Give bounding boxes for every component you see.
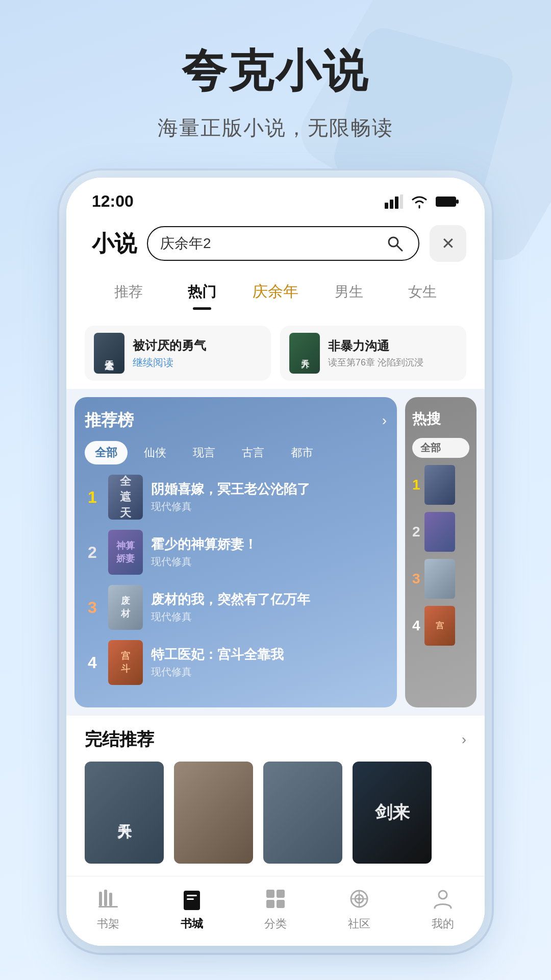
completed-cover-4: 剑来 xyxy=(353,762,432,864)
svg-rect-8 xyxy=(99,892,102,906)
section-title: 小说 xyxy=(92,229,137,259)
profile-icon xyxy=(430,886,456,912)
nav-bookshelf-label: 书架 xyxy=(97,916,119,932)
rank-item-3[interactable]: 3 废材 废材的我，突然有了亿万年 现代修真 xyxy=(85,585,387,630)
search-text: 庆余年2 xyxy=(160,234,378,253)
tab-male[interactable]: 男生 xyxy=(312,277,386,307)
completed-arrow[interactable]: › xyxy=(462,731,466,748)
completed-book-4[interactable]: 剑来 xyxy=(353,762,432,864)
svg-rect-18 xyxy=(277,900,285,908)
book-icon xyxy=(179,886,205,912)
rank-item-4[interactable]: 4 宫斗 特工医妃：宫斗全靠我 现代修真 xyxy=(85,640,387,685)
search-button[interactable] xyxy=(384,232,406,255)
ranking-section: 推荐榜 › 全部 仙侠 现言 古言 都市 1 全遮天 xyxy=(74,397,397,707)
cat-xiandai[interactable]: 现言 xyxy=(183,441,226,464)
community-icon xyxy=(346,886,372,912)
svg-rect-16 xyxy=(277,890,285,898)
nav-bookstore-label: 书城 xyxy=(181,916,203,932)
svg-rect-0 xyxy=(385,203,388,209)
rank-item-1[interactable]: 1 全遮天 阴婚喜嫁，冥王老公沦陷了 现代修真 xyxy=(85,475,387,520)
rank-info-2: 霍少的神算娇妻！ 现代修真 xyxy=(151,536,387,569)
rank-cover-4: 宫斗 xyxy=(108,640,143,685)
tab-female[interactable]: 女生 xyxy=(386,277,459,307)
rank-item-2[interactable]: 2 神算娇妻 霍少的神算娇妻！ 现代修真 xyxy=(85,530,387,575)
nav-tabs: 推荐 热门 庆余年 男生 女生 xyxy=(66,271,485,315)
svg-rect-10 xyxy=(109,893,112,906)
cat-all[interactable]: 全部 xyxy=(85,441,128,464)
rank-cover-1: 全遮天 xyxy=(108,475,143,520)
bookshelf-icon xyxy=(95,886,121,912)
header-section: 夸克小说 海量正版小说，无限畅读 xyxy=(0,0,551,162)
reading-status-1: 继续阅读 xyxy=(133,356,262,370)
rank-genre-2: 现代修真 xyxy=(151,555,387,569)
reading-title-2: 非暴力沟通 xyxy=(328,338,457,354)
app-title: 夸克小说 xyxy=(41,41,510,102)
nav-category-label: 分类 xyxy=(264,916,287,932)
close-icon: ✕ xyxy=(441,234,455,253)
svg-rect-3 xyxy=(400,194,403,209)
completed-section: 完结推荐 › 天升 xyxy=(66,716,485,876)
main-content: 推荐榜 › 全部 仙侠 现言 古言 都市 1 全遮天 xyxy=(66,389,485,716)
rank-title-1: 阴婚喜嫁，冥王老公沦陷了 xyxy=(151,481,387,498)
nav-profile[interactable]: 我的 xyxy=(401,886,485,932)
rank-num-3: 3 xyxy=(85,598,100,617)
reading-progress-2: 读至第76章 沦陷到沉浸 xyxy=(328,356,457,369)
nav-bookstore[interactable]: 书城 xyxy=(150,886,234,932)
svg-rect-17 xyxy=(266,900,274,908)
completed-title: 完结推荐 xyxy=(85,728,154,751)
reading-cards: 全遮天 被讨厌的勇气 继续阅读 天升 非暴力沟通 读至第76章 沦陷到沉浸 xyxy=(66,315,485,389)
svg-rect-14 xyxy=(187,898,194,900)
reading-card-2[interactable]: 天升 非暴力沟通 读至第76章 沦陷到沉浸 xyxy=(280,326,466,381)
cat-guyan[interactable]: 古言 xyxy=(232,441,274,464)
top-bar: 小说 庆余年2 ✕ xyxy=(66,216,485,271)
hot-search-header: 热搜 xyxy=(412,409,469,429)
rank-genre-1: 现代修真 xyxy=(151,500,387,513)
close-button[interactable]: ✕ xyxy=(430,225,466,262)
category-filter: 全部 仙侠 现言 古言 都市 xyxy=(85,441,387,464)
reading-info-2: 非暴力沟通 读至第76章 沦陷到沉浸 xyxy=(328,338,457,369)
cat-dushi[interactable]: 都市 xyxy=(281,441,323,464)
svg-rect-12 xyxy=(184,891,200,910)
rank-info-3: 废材的我，突然有了亿万年 现代修真 xyxy=(151,591,387,624)
hot-item-3[interactable]: 3 xyxy=(412,559,469,599)
reading-card-1[interactable]: 全遮天 被讨厌的勇气 继续阅读 xyxy=(85,326,271,381)
ranking-heading: 推荐榜 xyxy=(85,409,134,432)
book-cover-1: 全遮天 xyxy=(94,333,124,374)
ranking-arrow[interactable]: › xyxy=(382,412,387,429)
svg-rect-13 xyxy=(187,895,197,896)
tab-hot[interactable]: 热门 xyxy=(165,277,239,307)
rank-title-4: 特工医妃：宫斗全靠我 xyxy=(151,646,387,664)
tab-recommend[interactable]: 推荐 xyxy=(92,277,165,307)
completed-cover-1: 天升 xyxy=(85,762,164,864)
nav-category[interactable]: 分类 xyxy=(234,886,317,932)
svg-line-7 xyxy=(397,246,402,251)
phone-wrapper: 12:00 xyxy=(0,178,551,946)
ranking-header: 推荐榜 › xyxy=(85,409,387,432)
svg-rect-1 xyxy=(390,200,393,209)
rank-cover-2: 神算娇妻 xyxy=(108,530,143,575)
hot-item-2[interactable]: 2 xyxy=(412,512,469,552)
svg-point-24 xyxy=(439,891,447,899)
hot-search-heading: 热搜 xyxy=(412,409,441,429)
status-time: 12:00 xyxy=(92,192,134,211)
nav-community[interactable]: 社区 xyxy=(317,886,401,932)
search-box[interactable]: 庆余年2 xyxy=(147,226,419,261)
nav-bookshelf[interactable]: 书架 xyxy=(66,886,150,932)
nav-community-label: 社区 xyxy=(348,916,370,932)
tab-special[interactable]: 庆余年 xyxy=(239,276,312,307)
grid-icon xyxy=(262,886,289,912)
reading-info-1: 被讨厌的勇气 继续阅读 xyxy=(133,337,262,370)
hot-item-1[interactable]: 1 xyxy=(412,465,469,505)
rank-genre-4: 现代修真 xyxy=(151,665,387,679)
completed-book-1[interactable]: 天升 xyxy=(85,762,164,864)
completed-book-2[interactable] xyxy=(174,762,253,864)
hot-cat-all[interactable]: 全部 xyxy=(412,438,469,458)
svg-rect-4 xyxy=(436,197,456,207)
completed-cover-2 xyxy=(174,762,253,864)
phone-mockup: 12:00 xyxy=(66,178,485,946)
cat-xianxia[interactable]: 仙侠 xyxy=(134,441,177,464)
completed-book-3[interactable] xyxy=(263,762,342,864)
book-cover-2: 天升 xyxy=(289,333,320,374)
hot-item-4[interactable]: 4 宫 xyxy=(412,606,469,646)
signal-icon xyxy=(385,194,403,209)
